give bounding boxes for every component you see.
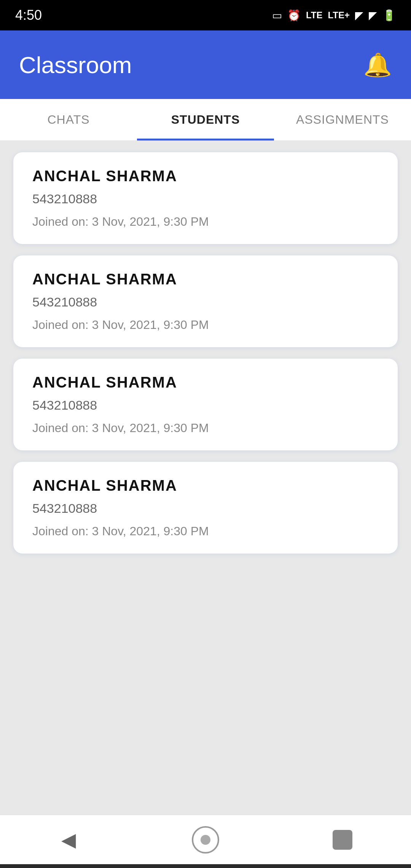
student-phone-1: 543210888 bbox=[32, 295, 379, 310]
student-phone-3: 543210888 bbox=[32, 501, 379, 516]
student-card-3[interactable]: ANCHAL SHARMA 543210888 Joined on: 3 Nov… bbox=[13, 462, 398, 554]
students-list: ANCHAL SHARMA 543210888 Joined on: 3 Nov… bbox=[0, 141, 411, 815]
system-nav-bar bbox=[0, 864, 411, 868]
status-bar: 4:50 ▭ ⏰ LTE LTE+ ◤ ◤ 🔋 bbox=[0, 0, 411, 30]
student-joined-1: Joined on: 3 Nov, 2021, 9:30 PM bbox=[32, 318, 379, 332]
status-time: 4:50 bbox=[15, 7, 42, 23]
student-card-2[interactable]: ANCHAL SHARMA 543210888 Joined on: 3 Nov… bbox=[13, 359, 398, 450]
app-title: Classroom bbox=[19, 51, 132, 78]
student-joined-2: Joined on: 3 Nov, 2021, 9:30 PM bbox=[32, 421, 379, 435]
tab-assignments[interactable]: ASSIGNMENTS bbox=[274, 99, 411, 140]
recent-square-icon bbox=[333, 830, 352, 850]
alarm-icon: ⏰ bbox=[287, 9, 301, 22]
student-name-2: ANCHAL SHARMA bbox=[32, 374, 379, 391]
student-name-3: ANCHAL SHARMA bbox=[32, 477, 379, 494]
student-phone-0: 543210888 bbox=[32, 191, 379, 206]
student-joined-3: Joined on: 3 Nov, 2021, 9:30 PM bbox=[32, 524, 379, 538]
inapp-back-button[interactable]: ◀ bbox=[53, 825, 84, 855]
home-circle-inner bbox=[201, 835, 210, 845]
lte-plus-icon: LTE+ bbox=[328, 10, 350, 21]
bell-icon[interactable]: 🔔 bbox=[363, 51, 392, 78]
student-card-1[interactable]: ANCHAL SHARMA 543210888 Joined on: 3 Nov… bbox=[13, 255, 398, 347]
inapp-home-button[interactable] bbox=[190, 825, 221, 855]
student-card-0[interactable]: ANCHAL SHARMA 543210888 Joined on: 3 Nov… bbox=[13, 152, 398, 244]
inapp-recent-button[interactable] bbox=[327, 825, 358, 855]
lte-icon: LTE bbox=[306, 10, 323, 21]
tab-students[interactable]: STUDENTS bbox=[137, 99, 274, 140]
student-name-1: ANCHAL SHARMA bbox=[32, 271, 379, 288]
student-name-0: ANCHAL SHARMA bbox=[32, 168, 379, 185]
student-joined-0: Joined on: 3 Nov, 2021, 9:30 PM bbox=[32, 215, 379, 229]
home-circle-icon bbox=[192, 826, 219, 854]
student-phone-2: 543210888 bbox=[32, 398, 379, 413]
inapp-bottom-nav: ◀ bbox=[0, 815, 411, 864]
app-bar: Classroom 🔔 bbox=[0, 30, 411, 99]
signal1-icon: ◤ bbox=[355, 9, 363, 22]
tab-bar: CHATS STUDENTS ASSIGNMENTS bbox=[0, 99, 411, 141]
screen-icon: ▭ bbox=[272, 9, 282, 22]
back-triangle-icon: ◀ bbox=[61, 829, 76, 851]
status-icons: ▭ ⏰ LTE LTE+ ◤ ◤ 🔋 bbox=[272, 9, 396, 22]
battery-icon: 🔋 bbox=[382, 9, 396, 22]
signal2-icon: ◤ bbox=[369, 9, 377, 22]
tab-chats[interactable]: CHATS bbox=[0, 99, 137, 140]
